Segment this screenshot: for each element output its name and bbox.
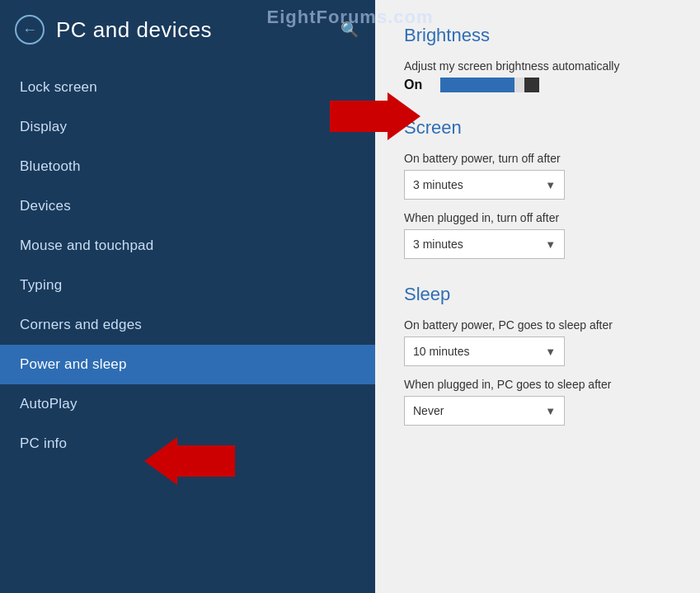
sleep-plugged-dropdown[interactable]: Never ▼ — [404, 396, 565, 426]
screen-battery-value: 3 minutes — [413, 178, 463, 191]
search-icon[interactable]: 🔍 — [341, 21, 359, 39]
main-panel: Brightness Adjust my screen brightness a… — [375, 0, 700, 593]
nav-item-autoplay[interactable]: AutoPlay — [0, 384, 375, 424]
nav-item-pc-info[interactable]: PC info — [0, 424, 375, 464]
sidebar: ← PC and devices 🔍 Lock screen Display B… — [0, 0, 375, 593]
sleep-battery-dropdown[interactable]: 10 minutes ▼ — [404, 337, 565, 366]
nav-item-lock-screen[interactable]: Lock screen — [0, 68, 375, 107]
nav-item-power-sleep[interactable]: Power and sleep — [0, 345, 375, 384]
back-button[interactable]: ← — [15, 15, 45, 45]
chevron-down-icon-3: ▼ — [545, 346, 556, 358]
brightness-slider-fill — [440, 78, 514, 92]
app-container: EightForums.com ← PC and devices 🔍 Lock … — [0, 0, 700, 593]
brightness-section: Brightness Adjust my screen brightness a… — [404, 25, 671, 92]
screen-heading: Screen — [404, 117, 671, 139]
brightness-row: On — [404, 78, 671, 92]
brightness-heading: Brightness — [404, 25, 671, 46]
sleep-plugged-value: Never — [413, 404, 444, 417]
nav-item-display[interactable]: Display — [0, 107, 375, 147]
sleep-battery-label: On battery power, PC goes to sleep after — [404, 318, 671, 332]
nav-list: Lock screen Display Bluetooth Devices Mo… — [0, 68, 375, 464]
sleep-plugged-label: When plugged in, PC goes to sleep after — [404, 378, 671, 391]
nav-item-corners-edges[interactable]: Corners and edges — [0, 305, 375, 345]
brightness-slider[interactable] — [440, 78, 539, 92]
screen-battery-label: On battery power, turn off after — [404, 152, 671, 165]
back-arrow-icon: ← — [22, 22, 37, 37]
nav-item-typing[interactable]: Typing — [0, 266, 375, 305]
screen-plugged-dropdown[interactable]: 3 minutes ▼ — [404, 229, 565, 259]
sleep-section: Sleep On battery power, PC goes to sleep… — [404, 284, 671, 426]
brightness-on-label: On — [404, 78, 427, 92]
chevron-down-icon-4: ▼ — [545, 405, 556, 417]
nav-item-mouse-touchpad[interactable]: Mouse and touchpad — [0, 226, 375, 266]
chevron-down-icon: ▼ — [545, 179, 556, 191]
screen-plugged-label: When plugged in, turn off after — [404, 211, 671, 224]
nav-item-devices[interactable]: Devices — [0, 186, 375, 226]
sleep-battery-value: 10 minutes — [413, 345, 469, 358]
sidebar-header: ← PC and devices 🔍 — [0, 0, 375, 59]
chevron-down-icon-2: ▼ — [545, 238, 556, 251]
screen-plugged-value: 3 minutes — [413, 238, 463, 251]
sidebar-title: PC and devices — [56, 17, 212, 43]
brightness-auto-label: Adjust my screen brightness automaticall… — [404, 59, 671, 73]
screen-section: Screen On battery power, turn off after … — [404, 117, 671, 259]
screen-battery-dropdown[interactable]: 3 minutes ▼ — [404, 170, 565, 200]
brightness-slider-thumb — [524, 78, 539, 92]
sleep-heading: Sleep — [404, 284, 671, 305]
nav-item-bluetooth[interactable]: Bluetooth — [0, 147, 375, 186]
